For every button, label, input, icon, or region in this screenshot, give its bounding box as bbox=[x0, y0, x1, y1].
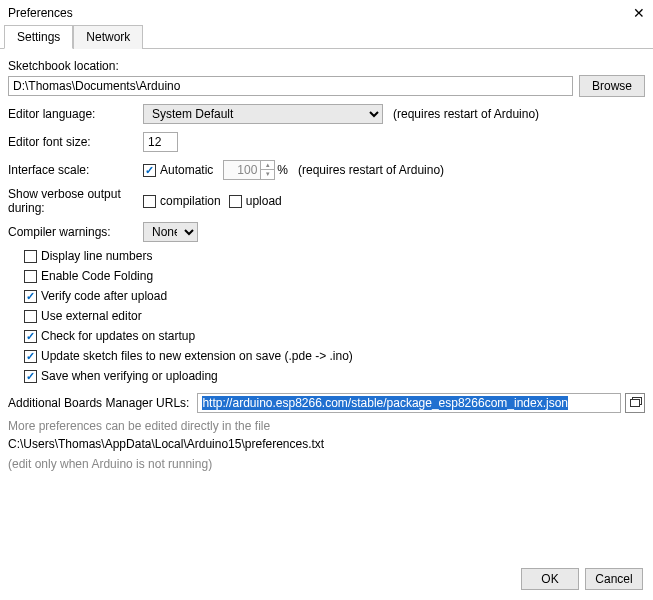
use-external-editor-label: Use external editor bbox=[41, 309, 142, 323]
close-icon[interactable]: ✕ bbox=[633, 5, 645, 21]
ok-button[interactable]: OK bbox=[521, 568, 579, 590]
update-sketch-ext-label: Update sketch files to new extension on … bbox=[41, 349, 353, 363]
editor-language-label: Editor language: bbox=[8, 107, 143, 121]
upload-label: upload bbox=[246, 194, 282, 208]
window-title: Preferences bbox=[8, 6, 73, 20]
verify-after-upload-checkbox[interactable] bbox=[24, 290, 37, 303]
additional-urls-expand-icon[interactable] bbox=[625, 393, 645, 413]
use-external-editor-checkbox[interactable] bbox=[24, 310, 37, 323]
update-sketch-ext-checkbox[interactable] bbox=[24, 350, 37, 363]
save-when-verify-label: Save when verifying or uploading bbox=[41, 369, 218, 383]
automatic-checkbox[interactable] bbox=[143, 164, 156, 177]
cancel-button[interactable]: Cancel bbox=[585, 568, 643, 590]
tab-settings[interactable]: Settings bbox=[4, 25, 73, 49]
editor-font-size-label: Editor font size: bbox=[8, 135, 143, 149]
enable-code-folding-checkbox[interactable] bbox=[24, 270, 37, 283]
editor-language-select[interactable]: System Default bbox=[143, 104, 383, 124]
interface-scale-label: Interface scale: bbox=[8, 163, 143, 177]
restart-hint-2: (requires restart of Arduino) bbox=[298, 163, 444, 177]
percent-label: % bbox=[277, 163, 288, 177]
verbose-output-label: Show verbose output during: bbox=[8, 187, 143, 215]
compilation-label: compilation bbox=[160, 194, 221, 208]
tab-network[interactable]: Network bbox=[73, 25, 143, 49]
more-prefs-note: More preferences can be edited directly … bbox=[8, 419, 645, 433]
tabs: Settings Network bbox=[0, 24, 653, 49]
upload-checkbox[interactable] bbox=[229, 195, 242, 208]
display-line-numbers-label: Display line numbers bbox=[41, 249, 152, 263]
scale-input[interactable] bbox=[223, 160, 261, 180]
sketchbook-location-input[interactable] bbox=[8, 76, 573, 96]
compiler-warnings-select[interactable]: None bbox=[143, 222, 198, 242]
restart-hint-1: (requires restart of Arduino) bbox=[393, 107, 539, 121]
enable-code-folding-label: Enable Code Folding bbox=[41, 269, 153, 283]
save-when-verify-checkbox[interactable] bbox=[24, 370, 37, 383]
compilation-checkbox[interactable] bbox=[143, 195, 156, 208]
verify-after-upload-label: Verify code after upload bbox=[41, 289, 167, 303]
browse-button[interactable]: Browse bbox=[579, 75, 645, 97]
compiler-warnings-label: Compiler warnings: bbox=[8, 225, 143, 239]
scale-spinner[interactable]: ▴▾ bbox=[261, 160, 275, 180]
display-line-numbers-checkbox[interactable] bbox=[24, 250, 37, 263]
check-updates-checkbox[interactable] bbox=[24, 330, 37, 343]
font-size-input[interactable] bbox=[143, 132, 178, 152]
sketchbook-location-label: Sketchbook location: bbox=[8, 59, 645, 73]
prefs-file-path: C:\Users\Thomas\AppData\Local\Arduino15\… bbox=[8, 437, 645, 451]
check-updates-label: Check for updates on startup bbox=[41, 329, 195, 343]
additional-urls-label: Additional Boards Manager URLs: bbox=[8, 396, 193, 410]
edit-only-note: (edit only when Arduino is not running) bbox=[8, 457, 645, 471]
additional-urls-input[interactable]: http://arduino.esp8266.com/stable/packag… bbox=[197, 393, 621, 413]
automatic-label: Automatic bbox=[160, 163, 213, 177]
